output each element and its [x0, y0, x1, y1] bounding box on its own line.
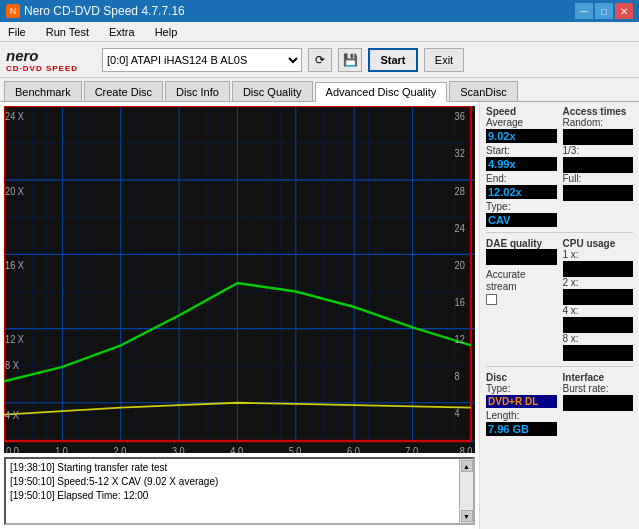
log-line-3: [19:50:10] Elapsed Time: 12:00 — [10, 489, 455, 503]
exit-button[interactable]: Exit — [424, 48, 464, 72]
accurate-checkbox[interactable] — [486, 294, 497, 305]
chart-svg: 0.0 1.0 2.0 3.0 4.0 5.0 6.0 7.0 8.0 24 X… — [4, 106, 475, 453]
menu-extra[interactable]: Extra — [105, 24, 139, 40]
type-label: Type: — [486, 201, 557, 212]
speed-access-row: Speed Average 9.02x Start: 4.99x End: 12… — [486, 106, 633, 227]
tab-scandisc[interactable]: ScanDisc — [449, 81, 517, 101]
tab-create-disc[interactable]: Create Disc — [84, 81, 163, 101]
menu-run-test[interactable]: Run Test — [42, 24, 93, 40]
svg-text:5.0: 5.0 — [289, 446, 302, 453]
accurate-label: Accurate — [486, 269, 557, 280]
maximize-button[interactable]: □ — [595, 3, 613, 19]
disc-section: Disc Type: DVD+R DL Length: 7.96 GB — [486, 372, 557, 436]
full-value — [563, 185, 634, 201]
interface-title: Interface — [563, 372, 634, 383]
save-button[interactable]: 💾 — [338, 48, 362, 72]
app-title: Nero CD-DVD Speed 4.7.7.16 — [24, 4, 185, 18]
third-value — [563, 157, 634, 173]
4x-value — [563, 317, 634, 333]
third-label: 1/3: — [563, 145, 634, 156]
burst-label: Burst rate: — [563, 383, 634, 394]
tab-disc-quality[interactable]: Disc Quality — [232, 81, 313, 101]
toolbar: nero CD·DVD SPEED [0:0] ATAPI iHAS124 B … — [0, 42, 639, 78]
menu-file[interactable]: File — [4, 24, 30, 40]
app-icon: N — [6, 4, 20, 18]
divider-2 — [486, 366, 633, 367]
nero-subtext: CD·DVD SPEED — [6, 64, 78, 73]
type-value: CAV — [486, 213, 557, 227]
1x-value — [563, 261, 634, 277]
access-title: Access times — [563, 106, 634, 117]
close-button[interactable]: ✕ — [615, 3, 633, 19]
scroll-up[interactable]: ▲ — [461, 460, 473, 472]
svg-text:7.0: 7.0 — [405, 446, 418, 453]
4x-label: 4 x: — [563, 305, 634, 316]
minimize-button[interactable]: ─ — [575, 3, 593, 19]
random-value — [563, 129, 634, 145]
drive-selector[interactable]: [0:0] ATAPI iHAS124 B AL0S — [102, 48, 302, 72]
svg-text:4 X: 4 X — [5, 410, 19, 422]
nero-logo: nero CD·DVD SPEED — [6, 47, 96, 73]
title-bar-left: N Nero CD-DVD Speed 4.7.7.16 — [6, 4, 185, 18]
disc-type-value: DVD+R DL — [488, 396, 538, 407]
end-label: End: — [486, 173, 557, 184]
divider-1 — [486, 232, 633, 233]
menu-help[interactable]: Help — [151, 24, 182, 40]
title-bar: N Nero CD-DVD Speed 4.7.7.16 ─ □ ✕ — [0, 0, 639, 22]
log-line-2: [19:50:10] Speed:5-12 X CAV (9.02 X aver… — [10, 475, 455, 489]
speed-title: Speed — [486, 106, 557, 117]
chart-area: 0.0 1.0 2.0 3.0 4.0 5.0 6.0 7.0 8.0 24 X… — [4, 106, 475, 453]
svg-text:24: 24 — [455, 222, 466, 234]
speed-section: Speed Average 9.02x Start: 4.99x End: 12… — [486, 106, 557, 227]
random-label: Random: — [563, 117, 634, 128]
menu-bar: File Run Test Extra Help — [0, 22, 639, 42]
2x-value — [563, 289, 634, 305]
svg-text:36: 36 — [455, 111, 466, 123]
accurate-section: Accurate stream — [486, 269, 557, 305]
start-button[interactable]: Start — [368, 48, 418, 72]
tabs: Benchmark Create Disc Disc Info Disc Qua… — [0, 78, 639, 102]
title-bar-controls: ─ □ ✕ — [575, 3, 633, 19]
svg-text:8 X: 8 X — [5, 360, 19, 372]
disc-title: Disc — [486, 372, 557, 383]
2x-label: 2 x: — [563, 277, 634, 288]
disc-type-badge: DVD+R DL — [486, 395, 557, 408]
access-section: Access times Random: 1/3: Full: — [563, 106, 634, 227]
refresh-button[interactable]: ⟳ — [308, 48, 332, 72]
svg-text:8.0: 8.0 — [460, 446, 473, 453]
svg-text:8: 8 — [455, 370, 461, 382]
svg-text:20: 20 — [455, 259, 466, 271]
svg-text:20 X: 20 X — [5, 185, 24, 197]
dae-section: DAE quality Accurate stream — [486, 238, 557, 361]
svg-text:12 X: 12 X — [5, 333, 24, 345]
dae-cpu-row: DAE quality Accurate stream CPU usage 1 … — [486, 238, 633, 361]
1x-label: 1 x: — [563, 249, 634, 260]
svg-text:4.0: 4.0 — [230, 446, 243, 453]
svg-text:28: 28 — [455, 185, 466, 197]
tab-benchmark[interactable]: Benchmark — [4, 81, 82, 101]
8x-label: 8 x: — [563, 333, 634, 344]
svg-text:24 X: 24 X — [5, 111, 24, 123]
svg-text:2.0: 2.0 — [114, 446, 127, 453]
cpu-section: CPU usage 1 x: 2 x: 4 x: 8 x: — [563, 238, 634, 361]
nero-text: nero — [6, 47, 39, 64]
length-value: 7.96 GB — [486, 422, 557, 436]
svg-text:12: 12 — [455, 333, 466, 345]
tab-advanced-disc-quality[interactable]: Advanced Disc Quality — [315, 82, 448, 102]
accurate-checkbox-row — [486, 294, 557, 305]
cpu-title: CPU usage — [563, 238, 634, 249]
log-area: [19:38:10] Starting transfer rate test [… — [4, 457, 475, 525]
start-label: Start: — [486, 145, 557, 156]
main-content: 0.0 1.0 2.0 3.0 4.0 5.0 6.0 7.0 8.0 24 X… — [0, 102, 639, 529]
scroll-down[interactable]: ▼ — [461, 510, 473, 522]
stream-label: stream — [486, 281, 557, 292]
average-label: Average — [486, 117, 557, 128]
svg-text:16: 16 — [455, 296, 466, 308]
log-scrollbar[interactable]: ▲ ▼ — [459, 459, 473, 523]
8x-value — [563, 345, 634, 361]
disc-type-label: Type: — [486, 383, 557, 394]
end-value: 12.02x — [486, 185, 557, 199]
tab-disc-info[interactable]: Disc Info — [165, 81, 230, 101]
log-content: [19:38:10] Starting transfer rate test [… — [6, 459, 459, 523]
svg-rect-0 — [4, 106, 475, 453]
